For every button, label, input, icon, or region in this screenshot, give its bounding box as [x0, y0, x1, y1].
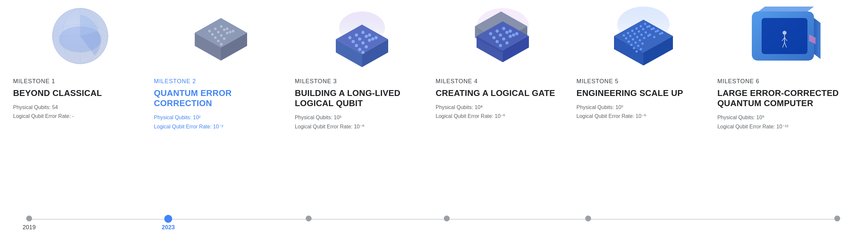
svg-point-35 — [358, 37, 361, 41]
milestone-label-4: MILESTONE 4 — [436, 78, 478, 85]
svg-point-58 — [505, 31, 508, 34]
svg-point-73 — [640, 25, 642, 28]
timeline-year-2: 2023 — [162, 224, 175, 231]
milestone-detail-2: Physical Qubits: 10² Logical Qubit Error… — [154, 113, 223, 131]
milestone-title-3: BUILDING A LONG-LIVED LOGICAL QUBIT — [295, 88, 429, 109]
svg-point-32 — [368, 33, 371, 37]
timeline-dot-3 — [306, 216, 312, 221]
milestone-col-6: MILESTONE 6 LARGE ERROR-CORRECTED QUANTU… — [714, 0, 855, 131]
svg-point-12 — [220, 25, 223, 28]
svg-point-39 — [361, 41, 365, 44]
svg-point-41 — [358, 48, 361, 51]
svg-point-33 — [374, 36, 378, 39]
svg-point-54 — [508, 29, 512, 33]
svg-point-40 — [368, 39, 371, 42]
svg-point-11 — [214, 28, 217, 30]
svg-point-80 — [629, 35, 632, 37]
svg-point-20 — [220, 34, 223, 37]
milestone-col-2: MILESTONE 2 QUANTUM ERROR CORRECTION Phy… — [151, 0, 291, 131]
illustration-1 — [13, 0, 147, 72]
svg-point-97 — [639, 39, 641, 41]
svg-point-84 — [646, 26, 649, 28]
timeline-dot-2 — [164, 215, 172, 223]
svg-point-99 — [647, 35, 650, 37]
timeline-dot-5 — [585, 216, 591, 221]
svg-point-34 — [351, 40, 355, 43]
svg-point-52 — [496, 29, 499, 33]
milestone-label-3: MILESTONE 3 — [295, 78, 337, 85]
milestone-label-1: MILESTONE 1 — [13, 78, 55, 85]
svg-point-95 — [630, 44, 633, 46]
svg-point-30 — [355, 33, 358, 37]
svg-point-29 — [348, 36, 351, 39]
svg-point-105 — [782, 31, 786, 35]
svg-point-82 — [638, 30, 640, 33]
main-container: MILESTONE 1 BEYOND CLASSICAL Physical Qu… — [0, 0, 868, 245]
svg-point-19 — [214, 36, 217, 39]
svg-point-38 — [355, 44, 358, 47]
svg-point-53 — [502, 27, 505, 30]
svg-point-86 — [655, 30, 657, 33]
svg-point-78 — [661, 32, 663, 34]
svg-point-61 — [502, 37, 505, 41]
milestone-title-4: CREATING A LOGICAL GATE — [436, 88, 555, 98]
svg-point-56 — [492, 36, 496, 39]
svg-point-62 — [508, 35, 512, 38]
svg-point-75 — [648, 25, 651, 28]
timeline-item-6 — [834, 216, 840, 221]
svg-point-81 — [634, 33, 636, 35]
milestone-label-5: MILESTONE 5 — [577, 78, 619, 85]
svg-point-104 — [640, 48, 642, 51]
svg-point-14 — [232, 30, 234, 32]
svg-point-83 — [642, 28, 645, 30]
svg-point-23 — [223, 37, 225, 40]
timeline-item-1: 2019 — [26, 216, 32, 221]
svg-point-101 — [637, 45, 640, 47]
svg-point-91 — [641, 34, 643, 36]
timeline-item-4 — [444, 216, 450, 221]
illustration-3 — [295, 0, 429, 72]
svg-point-13 — [226, 28, 228, 30]
svg-point-16 — [217, 31, 220, 33]
milestone-col-1: MILESTONE 1 BEYOND CLASSICAL Physical Qu… — [13, 0, 151, 121]
svg-point-43 — [361, 51, 365, 54]
milestone-detail-6: Physical Qubits: 10⁶ Logical Qubit Error… — [717, 113, 788, 131]
svg-point-72 — [636, 28, 638, 30]
svg-point-31 — [361, 31, 365, 34]
milestone-col-4: MILESTONE 4 CREATING A LOGICAL GATE Phys… — [432, 0, 573, 121]
svg-point-94 — [653, 36, 656, 38]
svg-point-22 — [217, 40, 220, 42]
svg-point-74 — [644, 23, 646, 25]
milestone-detail-4: Physical Qubits: 10⁴ Logical Qubit Error… — [436, 103, 505, 121]
illustration-4 — [436, 0, 570, 72]
timeline-active-line — [29, 219, 169, 220]
svg-point-88 — [628, 41, 630, 43]
svg-point-103 — [636, 51, 638, 53]
svg-point-71 — [631, 30, 634, 32]
svg-point-79 — [625, 37, 627, 40]
svg-point-24 — [220, 43, 223, 45]
svg-point-59 — [512, 33, 515, 37]
svg-point-21 — [226, 32, 228, 34]
timeline-item-2: 2023 — [164, 215, 172, 223]
timeline-item-5 — [585, 216, 591, 221]
milestone-col-3: MILESTONE 3 BUILDING A LONG-LIVED LOGICA… — [291, 0, 432, 131]
svg-point-37 — [371, 37, 374, 41]
svg-point-89 — [632, 38, 634, 41]
svg-point-96 — [634, 41, 637, 44]
svg-point-36 — [365, 35, 368, 38]
svg-point-77 — [657, 30, 659, 32]
milestone-label-2: MILESTONE 2 — [154, 78, 196, 85]
svg-point-57 — [499, 33, 502, 37]
svg-point-76 — [653, 28, 655, 30]
svg-point-64 — [505, 41, 508, 44]
svg-point-102 — [642, 42, 644, 45]
timeline-dot-1 — [26, 216, 32, 221]
illustration-6 — [717, 0, 851, 72]
svg-point-17 — [223, 29, 225, 31]
svg-point-100 — [633, 47, 635, 50]
timeline-dot-4 — [444, 216, 450, 221]
milestone-detail-1: Physical Qubits: 54 Logical Qubit Error … — [13, 103, 74, 121]
svg-point-42 — [365, 45, 368, 49]
svg-point-51 — [489, 32, 492, 35]
